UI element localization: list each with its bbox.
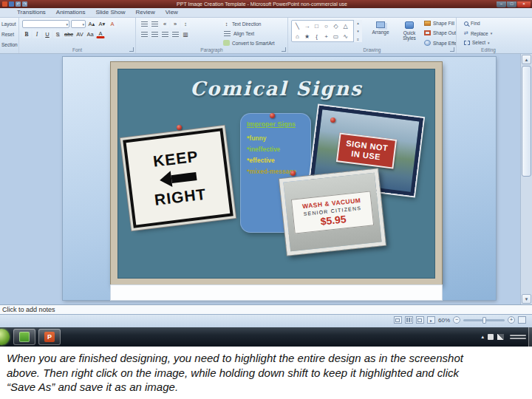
- zoom-out-button[interactable]: −: [453, 316, 460, 324]
- close-button[interactable]: ×: [517, 1, 531, 7]
- vertical-scrollbar[interactable]: ▲ ▼: [520, 54, 532, 304]
- convert-smartart-button[interactable]: Convert to SmartArt: [223, 40, 274, 46]
- font-dialog-launcher-icon[interactable]: [129, 47, 134, 52]
- quick-styles-button[interactable]: Quick Styles: [396, 21, 423, 41]
- tray-icon[interactable]: [488, 334, 494, 340]
- zoom-slider-thumb[interactable]: [482, 317, 486, 324]
- numbering-button[interactable]: [150, 20, 159, 28]
- tab-animations[interactable]: Animations: [51, 8, 91, 17]
- find-button[interactable]: Find: [464, 21, 480, 26]
- change-case-button[interactable]: Aa: [86, 30, 95, 38]
- text-direction-button[interactable]: ↕Text Direction: [223, 21, 261, 27]
- slide-title[interactable]: Comical Signs: [117, 78, 435, 100]
- redo-icon[interactable]: ↷: [22, 1, 27, 7]
- powerpoint-logo-icon[interactable]: [2, 1, 7, 7]
- line-spacing-button[interactable]: ↕: [181, 20, 190, 28]
- shape-star-icon[interactable]: ★: [303, 33, 311, 41]
- reset-button[interactable]: Reset: [0, 32, 14, 37]
- save-icon[interactable]: [9, 1, 14, 7]
- align-left-button[interactable]: [140, 30, 149, 38]
- shrink-font-button[interactable]: A▾: [98, 20, 106, 28]
- shape-brace-icon[interactable]: {: [313, 33, 321, 41]
- undo-icon[interactable]: ↶: [16, 1, 21, 7]
- shape-plus-icon[interactable]: +: [322, 33, 330, 41]
- arrange-button[interactable]: Arrange: [366, 21, 395, 35]
- strikethrough-button[interactable]: abc: [64, 30, 74, 38]
- grow-font-button[interactable]: A▴: [87, 20, 96, 28]
- bold-button[interactable]: B: [22, 30, 31, 38]
- slideshow-view-button[interactable]: ▸: [427, 316, 435, 324]
- shape-curve-icon[interactable]: ∿: [341, 33, 349, 41]
- shape-fill-label: Shape Fill: [433, 21, 454, 26]
- decrease-indent-button[interactable]: «: [160, 20, 169, 28]
- taskbar-app-button[interactable]: [13, 329, 35, 345]
- network-icon[interactable]: [497, 334, 504, 340]
- increase-indent-button[interactable]: »: [171, 20, 180, 28]
- start-orb[interactable]: [0, 329, 10, 345]
- shapes-gallery-scrollbar[interactable]: ▴ ▾ ≡: [353, 20, 362, 42]
- show-hidden-icons-icon[interactable]: ▴: [481, 334, 484, 340]
- reading-view-button[interactable]: [416, 316, 424, 324]
- select-button[interactable]: Select▾: [464, 40, 490, 45]
- drawing-dialog-launcher-icon[interactable]: [450, 47, 454, 52]
- maximize-button[interactable]: □: [507, 1, 516, 7]
- layout-button[interactable]: Layout: [0, 21, 16, 27]
- slide-sorter-view-button[interactable]: [405, 316, 413, 324]
- reset-label: Reset: [1, 32, 14, 37]
- scroll-up-icon[interactable]: ▲: [522, 55, 531, 64]
- title-bar[interactable]: ↶ ↷ PPT Image Creation Template - Micros…: [0, 0, 532, 8]
- keep-right-sign[interactable]: KEEP RIGHT: [123, 128, 233, 228]
- tab-transitions[interactable]: Transitions: [12, 8, 51, 17]
- clear-formatting-button[interactable]: A: [108, 20, 117, 28]
- shape-arrow-icon[interactable]: →: [303, 22, 311, 30]
- taskbar-powerpoint-button[interactable]: P: [38, 329, 61, 345]
- font-size-select[interactable]: ▾: [71, 20, 86, 28]
- align-right-button[interactable]: [160, 30, 169, 38]
- font-color-button[interactable]: A: [96, 30, 105, 38]
- bullets-button[interactable]: [140, 20, 149, 28]
- shape-rectangle-icon[interactable]: □: [313, 22, 321, 30]
- replace-button[interactable]: ⇄Replace▾: [464, 30, 492, 36]
- gallery-up-icon[interactable]: ▴: [357, 21, 359, 25]
- normal-view-button[interactable]: [394, 316, 402, 324]
- align-text-button[interactable]: Align Text: [223, 30, 254, 36]
- notes-pane[interactable]: Click to add notes: [0, 304, 532, 314]
- gallery-down-icon[interactable]: ▾: [357, 29, 359, 33]
- shape-outline-button[interactable]: Shape Outline: [424, 30, 457, 35]
- section-button[interactable]: Section: [0, 42, 18, 47]
- shape-callout-icon[interactable]: ▭: [332, 33, 340, 41]
- shape-fill-button[interactable]: Shape Fill: [424, 21, 454, 26]
- paragraph-dialog-launcher-icon[interactable]: [282, 47, 286, 52]
- shape-diamond-icon[interactable]: ◇: [332, 22, 340, 30]
- shape-line-icon[interactable]: ╲: [293, 22, 301, 30]
- slide-canvas[interactable]: Comical Signs KEEP RIGHT Improper Signs …: [63, 57, 496, 300]
- zoom-in-button[interactable]: +: [508, 316, 515, 324]
- gallery-more-icon[interactable]: ≡: [357, 37, 359, 41]
- justify-button[interactable]: [171, 30, 180, 38]
- minimize-button[interactable]: −: [497, 1, 506, 7]
- scrollbar-thumb[interactable]: [522, 66, 531, 177]
- text-shadow-button[interactable]: S: [53, 30, 62, 38]
- shape-ellipse-icon[interactable]: ○: [322, 22, 330, 30]
- bulletin-board-image[interactable]: Comical Signs KEEP RIGHT Improper Signs …: [111, 62, 442, 285]
- show-desktop-button[interactable]: [528, 327, 532, 347]
- font-name-select[interactable]: ▾: [22, 20, 69, 28]
- shapes-gallery[interactable]: ╲ → □ ○ ◇ △ ⌂ ★ { + ▭ ∿: [291, 20, 362, 42]
- shape-triangle-icon[interactable]: △: [341, 22, 349, 30]
- align-center-button[interactable]: [150, 30, 159, 38]
- character-spacing-button[interactable]: AV: [75, 30, 84, 38]
- italic-button[interactable]: I: [33, 30, 41, 38]
- tab-review[interactable]: Review: [130, 8, 160, 17]
- shape-effects-button[interactable]: Shape Effects: [424, 40, 457, 46]
- wash-vacuum-sign-photo[interactable]: WASH & VACUUM SENIOR CITIZENS $5.95: [279, 168, 386, 255]
- scroll-down-icon[interactable]: ▼: [522, 294, 531, 304]
- justify-icon: [172, 32, 179, 37]
- fit-to-window-button[interactable]: [518, 316, 526, 324]
- columns-button[interactable]: ▥: [181, 30, 190, 38]
- underline-button[interactable]: U: [43, 30, 52, 38]
- taskbar-clock[interactable]: [510, 335, 526, 339]
- tab-slide-show[interactable]: Slide Show: [90, 8, 130, 17]
- shape-pentagon-icon[interactable]: ⌂: [293, 33, 301, 41]
- zoom-slider[interactable]: [463, 319, 505, 321]
- tab-view[interactable]: View: [160, 8, 183, 17]
